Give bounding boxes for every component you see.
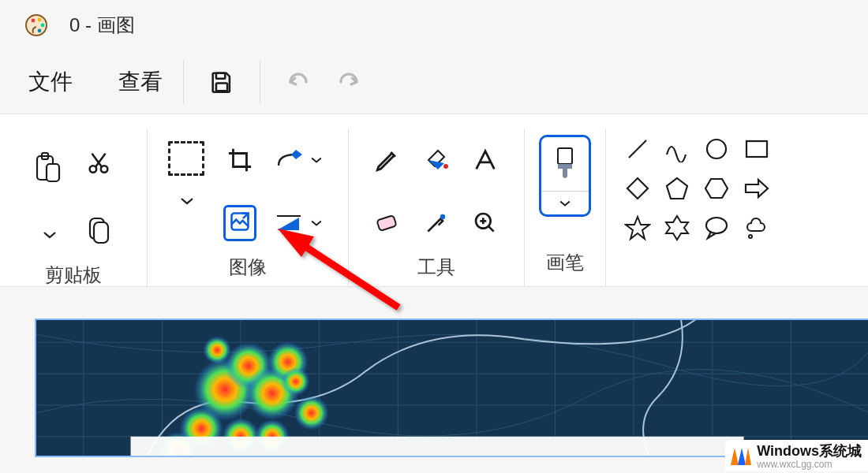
ribbon: 剪贴板 [0,114,868,287]
svg-point-33 [706,218,727,233]
undo-button[interactable] [273,57,324,107]
svg-point-46 [282,367,310,396]
brush-dropdown[interactable] [539,135,591,217]
group-image-label: 图像 [229,255,267,280]
shape-oval[interactable] [699,132,734,166]
svg-marker-32 [666,216,688,240]
color-picker-tool[interactable] [412,199,461,248]
svg-point-2 [38,18,42,22]
svg-rect-13 [94,222,108,243]
svg-line-24 [629,140,646,158]
svg-point-34 [749,235,752,238]
svg-rect-23 [558,164,572,169]
copy-button[interactable] [74,205,123,254]
svg-point-1 [32,19,36,23]
menu-view[interactable]: 查看 [110,61,170,103]
group-brush: 画笔 [525,128,606,286]
text-tool[interactable] [461,136,510,184]
svg-marker-30 [746,180,768,197]
shape-diamond[interactable] [620,171,655,206]
paste-button[interactable] [24,143,73,192]
shape-rect[interactable] [739,132,773,166]
canvas[interactable] [35,318,868,457]
crop-button[interactable] [215,136,264,184]
svg-rect-6 [216,83,227,91]
svg-point-3 [41,24,45,28]
separator [183,60,184,104]
svg-point-19 [443,164,448,169]
shapes-grid[interactable] [620,128,773,245]
shape-callout-cloud[interactable] [739,210,773,245]
menu-bar: 文件 查看 [0,50,868,114]
group-tools-label: 工具 [417,255,455,280]
watermark-title: Windows系统城 [757,441,862,460]
watermark-sub: www.wxcLgg.com [757,459,862,470]
svg-marker-31 [626,217,649,239]
svg-marker-28 [667,178,687,199]
cut-button[interactable] [74,138,123,187]
rotate-dropdown[interactable] [310,156,323,164]
svg-marker-29 [705,179,728,198]
group-brush-label: 画笔 [546,250,584,275]
brush-chevron[interactable] [541,191,589,214]
shape-hexagon[interactable] [699,171,734,206]
shape-pentagon[interactable] [660,171,694,206]
svg-marker-15 [291,150,302,159]
paste-dropdown[interactable] [25,222,74,248]
select-dropdown[interactable] [180,196,194,206]
svg-marker-16 [277,218,299,230]
group-tools: 工具 [349,128,525,286]
watermark: Windows系统城 www.wxcLgg.com [725,440,868,471]
select-tool[interactable] [162,128,211,206]
shape-star5[interactable] [620,210,655,245]
svg-rect-9 [47,164,59,181]
svg-rect-22 [558,148,572,164]
title-bar: 0 - 画图 [0,0,868,50]
group-shapes [606,128,773,286]
select-rect-icon [168,141,204,176]
svg-point-4 [38,29,42,33]
brush-icon [553,137,577,191]
shape-line[interactable] [620,132,655,166]
eraser-tool[interactable] [363,199,412,248]
svg-point-25 [707,140,726,158]
canvas-image [36,320,868,456]
resize-icon [223,205,256,241]
group-clipboard: 剪贴板 [0,128,148,286]
save-button[interactable] [196,57,247,107]
shape-star6[interactable] [660,210,694,245]
flip-dropdown[interactable] [310,219,323,227]
fill-tool[interactable] [412,136,461,184]
svg-rect-26 [746,141,767,157]
flip-button[interactable] [264,199,334,248]
group-clipboard-label: 剪贴板 [45,263,102,288]
svg-marker-27 [627,178,648,199]
shape-right-arrow[interactable] [739,171,773,206]
shape-callout-round[interactable] [699,210,734,245]
pencil-tool[interactable] [363,136,412,184]
svg-point-44 [203,336,231,364]
paint-app-icon [24,13,49,38]
resize-button[interactable] [215,199,264,248]
separator [260,60,260,104]
svg-rect-47 [131,437,744,456]
menu-file[interactable]: 文件 [21,61,80,103]
redo-button[interactable] [324,57,374,107]
svg-point-42 [294,396,329,430]
svg-rect-18 [376,215,396,231]
svg-rect-5 [216,73,225,79]
group-image: 图像 [148,128,349,286]
shape-curve[interactable] [660,132,694,166]
watermark-logo-icon [728,445,752,467]
svg-point-20 [440,214,445,219]
window-title: 0 - 画图 [69,13,135,38]
rotate-button[interactable] [264,136,334,184]
magnifier-tool[interactable] [461,199,510,248]
